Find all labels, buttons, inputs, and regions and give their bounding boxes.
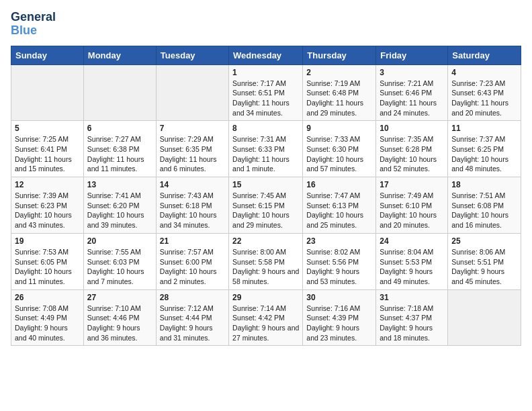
calendar-cell xyxy=(83,64,156,121)
day-number: 13 xyxy=(87,180,152,189)
calendar-cell: 12Sunrise: 7:39 AM Sunset: 6:23 PM Dayli… xyxy=(11,177,84,234)
day-number: 19 xyxy=(15,236,80,246)
calendar-cell: 10Sunrise: 7:35 AM Sunset: 6:28 PM Dayli… xyxy=(376,121,448,177)
cell-content: Sunrise: 8:04 AM Sunset: 5:53 PM Dayligh… xyxy=(380,247,444,287)
cell-content: Sunrise: 7:49 AM Sunset: 6:10 PM Dayligh… xyxy=(380,191,444,230)
cell-content: Sunrise: 7:17 AM Sunset: 6:51 PM Dayligh… xyxy=(232,79,299,118)
cell-content: Sunrise: 7:31 AM Sunset: 6:33 PM Dayligh… xyxy=(232,134,299,174)
day-number: 7 xyxy=(160,124,225,133)
column-header-sunday: Sunday xyxy=(11,46,84,64)
calendar-week-2: 5Sunrise: 7:25 AM Sunset: 6:41 PM Daylig… xyxy=(11,121,521,177)
calendar-cell: 14Sunrise: 7:43 AM Sunset: 6:18 PM Dayli… xyxy=(156,177,228,234)
cell-content: Sunrise: 7:43 AM Sunset: 6:18 PM Dayligh… xyxy=(160,191,225,230)
calendar-cell: 8Sunrise: 7:31 AM Sunset: 6:33 PM Daylig… xyxy=(229,121,303,177)
column-header-tuesday: Tuesday xyxy=(156,46,228,64)
calendar-cell: 26Sunrise: 7:08 AM Sunset: 4:49 PM Dayli… xyxy=(11,289,84,346)
column-header-friday: Friday xyxy=(376,46,448,64)
day-number: 23 xyxy=(306,236,372,246)
page-header: General Blue GeneralBlue xyxy=(11,11,521,38)
day-number: 20 xyxy=(87,236,152,246)
calendar-cell: 31Sunrise: 7:18 AM Sunset: 4:37 PM Dayli… xyxy=(376,289,448,346)
cell-content: Sunrise: 7:12 AM Sunset: 4:44 PM Dayligh… xyxy=(160,304,225,343)
cell-content: Sunrise: 7:51 AM Sunset: 6:08 PM Dayligh… xyxy=(451,191,517,230)
calendar-week-1: 1Sunrise: 7:17 AM Sunset: 6:51 PM Daylig… xyxy=(11,64,521,121)
cell-content: Sunrise: 8:02 AM Sunset: 5:56 PM Dayligh… xyxy=(306,247,372,287)
day-number: 5 xyxy=(15,124,80,133)
day-number: 18 xyxy=(451,180,517,189)
cell-content: Sunrise: 7:55 AM Sunset: 6:03 PM Dayligh… xyxy=(87,247,152,287)
day-number: 26 xyxy=(15,293,80,302)
cell-content: Sunrise: 7:18 AM Sunset: 4:37 PM Dayligh… xyxy=(380,304,444,343)
day-number: 30 xyxy=(306,293,372,302)
calendar-cell: 9Sunrise: 7:33 AM Sunset: 6:30 PM Daylig… xyxy=(303,121,376,177)
calendar-cell xyxy=(156,64,228,121)
logo: General Blue GeneralBlue xyxy=(11,11,56,38)
day-number: 27 xyxy=(87,293,152,302)
calendar-cell: 23Sunrise: 8:02 AM Sunset: 5:56 PM Dayli… xyxy=(303,233,376,289)
calendar-cell: 4Sunrise: 7:23 AM Sunset: 6:43 PM Daylig… xyxy=(448,64,521,121)
cell-content: Sunrise: 7:19 AM Sunset: 6:48 PM Dayligh… xyxy=(306,79,372,118)
day-number: 14 xyxy=(160,180,225,189)
calendar-cell: 5Sunrise: 7:25 AM Sunset: 6:41 PM Daylig… xyxy=(11,121,84,177)
calendar-cell: 30Sunrise: 7:16 AM Sunset: 4:39 PM Dayli… xyxy=(303,289,376,346)
cell-content: Sunrise: 8:00 AM Sunset: 5:58 PM Dayligh… xyxy=(232,247,299,287)
cell-content: Sunrise: 7:57 AM Sunset: 6:00 PM Dayligh… xyxy=(160,247,225,287)
calendar-week-4: 19Sunrise: 7:53 AM Sunset: 6:05 PM Dayli… xyxy=(11,233,521,289)
day-number: 16 xyxy=(306,180,372,189)
calendar-table: SundayMondayTuesdayWednesdayThursdayFrid… xyxy=(11,46,521,347)
calendar-cell: 25Sunrise: 8:06 AM Sunset: 5:51 PM Dayli… xyxy=(448,233,521,289)
calendar-week-3: 12Sunrise: 7:39 AM Sunset: 6:23 PM Dayli… xyxy=(11,177,521,234)
calendar-cell: 7Sunrise: 7:29 AM Sunset: 6:35 PM Daylig… xyxy=(156,121,228,177)
cell-content: Sunrise: 7:25 AM Sunset: 6:41 PM Dayligh… xyxy=(15,134,80,174)
calendar-cell xyxy=(11,64,84,121)
calendar-cell: 20Sunrise: 7:55 AM Sunset: 6:03 PM Dayli… xyxy=(83,233,156,289)
calendar-cell: 17Sunrise: 7:49 AM Sunset: 6:10 PM Dayli… xyxy=(376,177,448,234)
day-number: 28 xyxy=(160,293,225,302)
cell-content: Sunrise: 7:27 AM Sunset: 6:38 PM Dayligh… xyxy=(87,134,152,174)
cell-content: Sunrise: 7:37 AM Sunset: 6:25 PM Dayligh… xyxy=(451,134,517,174)
day-number: 1 xyxy=(232,68,299,77)
day-number: 15 xyxy=(232,180,299,189)
cell-content: Sunrise: 7:33 AM Sunset: 6:30 PM Dayligh… xyxy=(306,134,372,174)
column-header-thursday: Thursday xyxy=(303,46,376,64)
calendar-cell: 22Sunrise: 8:00 AM Sunset: 5:58 PM Dayli… xyxy=(229,233,303,289)
day-number: 25 xyxy=(451,236,517,246)
calendar-cell: 13Sunrise: 7:41 AM Sunset: 6:20 PM Dayli… xyxy=(83,177,156,234)
day-number: 11 xyxy=(451,124,517,133)
cell-content: Sunrise: 7:35 AM Sunset: 6:28 PM Dayligh… xyxy=(380,134,444,174)
calendar-cell: 27Sunrise: 7:10 AM Sunset: 4:46 PM Dayli… xyxy=(83,289,156,346)
cell-content: Sunrise: 7:23 AM Sunset: 6:43 PM Dayligh… xyxy=(451,79,517,118)
day-number: 10 xyxy=(380,124,444,133)
calendar-cell: 16Sunrise: 7:47 AM Sunset: 6:13 PM Dayli… xyxy=(303,177,376,234)
calendar-cell: 1Sunrise: 7:17 AM Sunset: 6:51 PM Daylig… xyxy=(229,64,303,121)
cell-content: Sunrise: 7:47 AM Sunset: 6:13 PM Dayligh… xyxy=(306,191,372,230)
day-number: 29 xyxy=(232,293,299,302)
cell-content: Sunrise: 7:16 AM Sunset: 4:39 PM Dayligh… xyxy=(306,304,372,343)
calendar-cell: 6Sunrise: 7:27 AM Sunset: 6:38 PM Daylig… xyxy=(83,121,156,177)
day-number: 24 xyxy=(380,236,444,246)
cell-content: Sunrise: 7:08 AM Sunset: 4:49 PM Dayligh… xyxy=(15,304,80,343)
column-header-saturday: Saturday xyxy=(448,46,521,64)
calendar-cell: 15Sunrise: 7:45 AM Sunset: 6:15 PM Dayli… xyxy=(229,177,303,234)
day-number: 2 xyxy=(306,68,372,77)
cell-content: Sunrise: 8:06 AM Sunset: 5:51 PM Dayligh… xyxy=(451,247,517,287)
cell-content: Sunrise: 7:53 AM Sunset: 6:05 PM Dayligh… xyxy=(15,247,80,287)
calendar-cell: 19Sunrise: 7:53 AM Sunset: 6:05 PM Dayli… xyxy=(11,233,84,289)
calendar-cell xyxy=(448,289,521,346)
cell-content: Sunrise: 7:39 AM Sunset: 6:23 PM Dayligh… xyxy=(15,191,80,230)
calendar-cell: 11Sunrise: 7:37 AM Sunset: 6:25 PM Dayli… xyxy=(448,121,521,177)
day-number: 3 xyxy=(380,68,444,77)
day-number: 12 xyxy=(15,180,80,189)
cell-content: Sunrise: 7:21 AM Sunset: 6:46 PM Dayligh… xyxy=(380,79,444,118)
day-number: 6 xyxy=(87,124,152,133)
cell-content: Sunrise: 7:10 AM Sunset: 4:46 PM Dayligh… xyxy=(87,304,152,343)
day-number: 31 xyxy=(380,293,444,302)
day-number: 22 xyxy=(232,236,299,246)
cell-content: Sunrise: 7:29 AM Sunset: 6:35 PM Dayligh… xyxy=(160,134,225,174)
calendar-cell: 18Sunrise: 7:51 AM Sunset: 6:08 PM Dayli… xyxy=(448,177,521,234)
logo-text: GeneralBlue xyxy=(11,11,56,38)
calendar-cell: 21Sunrise: 7:57 AM Sunset: 6:00 PM Dayli… xyxy=(156,233,228,289)
calendar-cell: 2Sunrise: 7:19 AM Sunset: 6:48 PM Daylig… xyxy=(303,64,376,121)
calendar-week-5: 26Sunrise: 7:08 AM Sunset: 4:49 PM Dayli… xyxy=(11,289,521,346)
calendar-cell: 24Sunrise: 8:04 AM Sunset: 5:53 PM Dayli… xyxy=(376,233,448,289)
